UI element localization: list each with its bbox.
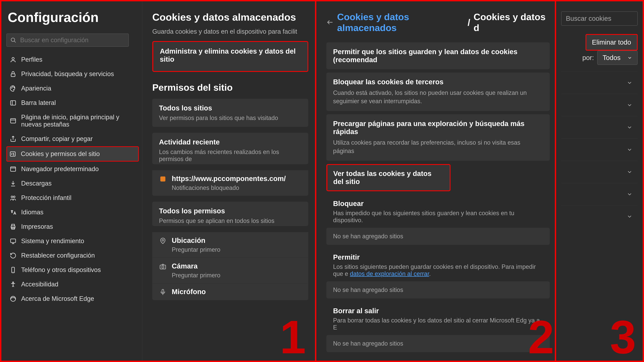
nav-item-accessibility[interactable]: Accesibilidad bbox=[6, 277, 139, 291]
block-thirdparty-setting[interactable]: Bloquear las cookies de terceros Cuando … bbox=[326, 72, 550, 111]
nav-item-label: Descargas bbox=[21, 180, 52, 187]
clear-on-close-link[interactable]: datos de exploración al cerrar bbox=[350, 270, 429, 277]
svg-point-6 bbox=[14, 87, 14, 87]
delete-all-button[interactable]: Eliminar todo bbox=[586, 34, 638, 51]
block-section: Bloquear Has impedido que los siguientes… bbox=[326, 200, 550, 245]
cookie-site-row[interactable] bbox=[561, 138, 638, 161]
nav-item-download[interactable]: Descargas bbox=[6, 176, 139, 190]
nav-item-printers[interactable]: Impresoras bbox=[6, 220, 139, 234]
settings-search-input[interactable] bbox=[20, 36, 125, 44]
nav-item-browser[interactable]: Navegador predeterminado bbox=[6, 162, 139, 176]
block-section-desc: Has impedido que los siguientes sitios g… bbox=[326, 210, 550, 224]
preload-pages-setting[interactable]: Precargar páginas para una exploración y… bbox=[326, 114, 550, 161]
nav-item-edge[interactable]: Acerca de Microsoft Edge bbox=[6, 292, 139, 306]
manage-cookies-card[interactable]: Administra y elimina cookies y datos del… bbox=[152, 41, 308, 72]
recent-activity-desc: Los cambios más recientes realizados en … bbox=[159, 148, 302, 163]
appearance-icon bbox=[10, 85, 17, 92]
accessibility-icon bbox=[10, 281, 17, 288]
cookies-search[interactable]: Buscar cookies bbox=[561, 11, 638, 26]
download-icon bbox=[10, 180, 17, 187]
back-button[interactable] bbox=[326, 18, 334, 26]
permission-mic-row[interactable]: Micrófono bbox=[152, 283, 308, 300]
nav-item-label: Compartir, copiar y pegar bbox=[21, 135, 93, 142]
allow-cookies-setting[interactable]: Permitir que los sitios guarden y lean d… bbox=[326, 42, 550, 69]
nav-item-profile[interactable]: Perfiles bbox=[6, 53, 139, 66]
profile-icon bbox=[10, 56, 17, 63]
browser-icon bbox=[10, 166, 17, 172]
nav-item-languages[interactable]: Idiomas bbox=[6, 205, 139, 219]
all-sites-card[interactable]: Todos los sitios Ver permisos para los s… bbox=[152, 99, 308, 127]
chevron-down-icon bbox=[626, 147, 632, 153]
delete-all-label: Eliminar todo bbox=[592, 38, 631, 46]
svg-point-14 bbox=[13, 155, 14, 155]
permission-location-title: Ubicación bbox=[172, 237, 220, 245]
svg-rect-22 bbox=[10, 239, 16, 243]
system-icon bbox=[10, 238, 17, 245]
svg-rect-33 bbox=[162, 289, 164, 293]
nav-item-family[interactable]: Protección infantil bbox=[6, 191, 139, 205]
nav-item-share[interactable]: Compartir, copiar y pegar bbox=[6, 132, 139, 146]
nav-item-label: Impresoras bbox=[21, 223, 53, 230]
permission-camera-title: Cámara bbox=[172, 262, 220, 270]
permission-camera-desc: Preguntar primero bbox=[172, 272, 220, 279]
cookie-site-row[interactable] bbox=[561, 94, 638, 116]
recent-site-row[interactable]: https://www.pccomponentes.com/ Notificac… bbox=[152, 170, 308, 196]
svg-rect-15 bbox=[10, 167, 16, 171]
nav-item-label: Privacidad, búsqueda y servicios bbox=[21, 70, 114, 78]
cookie-site-row[interactable] bbox=[561, 161, 638, 183]
filter-select[interactable]: Todos bbox=[597, 51, 638, 65]
nav-item-reset[interactable]: Restablecer configuración bbox=[6, 249, 139, 263]
cookie-site-row[interactable] bbox=[561, 205, 638, 228]
block-section-title: Bloquear bbox=[326, 200, 550, 208]
filter-label: por: bbox=[582, 54, 594, 61]
permission-camera-row[interactable]: Cámara Preguntar primero bbox=[152, 258, 308, 283]
breadcrumb-link[interactable]: Cookies y datos almacenados bbox=[337, 11, 464, 33]
nav-item-label: Página de inicio, página principal y nue… bbox=[21, 114, 136, 128]
cookies-subtext: Guarda cookies y datos en el dispositivo… bbox=[152, 28, 308, 35]
nav-item-home[interactable]: Página de inicio, página principal y nue… bbox=[6, 110, 139, 131]
svg-point-0 bbox=[11, 38, 15, 41]
view-all-cookies-setting[interactable]: Ver todas las cookies y datos del sitio bbox=[326, 164, 450, 191]
nav-item-appearance[interactable]: Apariencia bbox=[6, 81, 139, 95]
recent-activity-card: Actividad reciente Los cambios más recie… bbox=[152, 133, 308, 164]
cookies-search-placeholder: Buscar cookies bbox=[566, 15, 611, 22]
filter-value: Todos bbox=[602, 54, 620, 61]
cookies-icon bbox=[9, 151, 16, 157]
all-sites-title: Todos los sitios bbox=[159, 104, 302, 112]
clear-on-exit-section: Borrar al salir Para borrar todas las co… bbox=[326, 307, 550, 352]
svg-line-1 bbox=[14, 41, 16, 42]
cookie-site-row[interactable] bbox=[561, 71, 638, 94]
cookie-site-row[interactable] bbox=[561, 183, 638, 205]
block-section-empty: No se han agregado sitios bbox=[326, 228, 550, 245]
reset-icon bbox=[10, 252, 17, 259]
filter-row: por: Todos bbox=[561, 51, 638, 65]
family-icon bbox=[10, 195, 17, 201]
svg-rect-7 bbox=[10, 100, 16, 105]
languages-icon bbox=[10, 209, 17, 216]
nav-item-system[interactable]: Sistema y rendimiento bbox=[6, 234, 139, 248]
nav-item-phone[interactable]: Teléfono y otros dispositivos bbox=[6, 263, 139, 277]
settings-sidebar: Configuración PerfilesPrivacidad, búsque… bbox=[1, 1, 142, 361]
clear-on-exit-desc: Para borrar todas las cookies y los dato… bbox=[326, 317, 550, 331]
preload-pages-title: Precargar páginas para una exploración y… bbox=[333, 120, 543, 136]
clear-on-exit-title: Borrar al salir bbox=[326, 307, 550, 315]
step-number-3: 3 bbox=[610, 310, 636, 362]
cookie-site-row[interactable] bbox=[561, 116, 638, 138]
microphone-icon bbox=[159, 288, 167, 296]
nav-item-label: Protección infantil bbox=[21, 194, 72, 201]
svg-point-2 bbox=[12, 57, 14, 59]
svg-point-5 bbox=[12, 86, 13, 87]
chevron-down-icon bbox=[626, 169, 632, 175]
block-thirdparty-desc: Cuando está activado, los sitios no pued… bbox=[333, 89, 543, 106]
lock-icon bbox=[10, 71, 17, 77]
nav-item-label: Sistema y rendimiento bbox=[21, 238, 84, 245]
nav-item-lock[interactable]: Privacidad, búsqueda y servicios bbox=[6, 67, 139, 81]
chevron-down-icon bbox=[627, 55, 632, 60]
settings-search[interactable] bbox=[6, 33, 129, 47]
nav-item-cookies[interactable]: Cookies y permisos del sitio bbox=[6, 146, 139, 162]
camera-icon bbox=[159, 262, 167, 270]
svg-point-18 bbox=[14, 196, 15, 198]
nav-item-label: Acerca de Microsoft Edge bbox=[21, 295, 94, 302]
nav-item-sidebar[interactable]: Barra lateral bbox=[6, 96, 139, 110]
permission-location-row[interactable]: Ubicación Preguntar primero bbox=[152, 232, 308, 258]
